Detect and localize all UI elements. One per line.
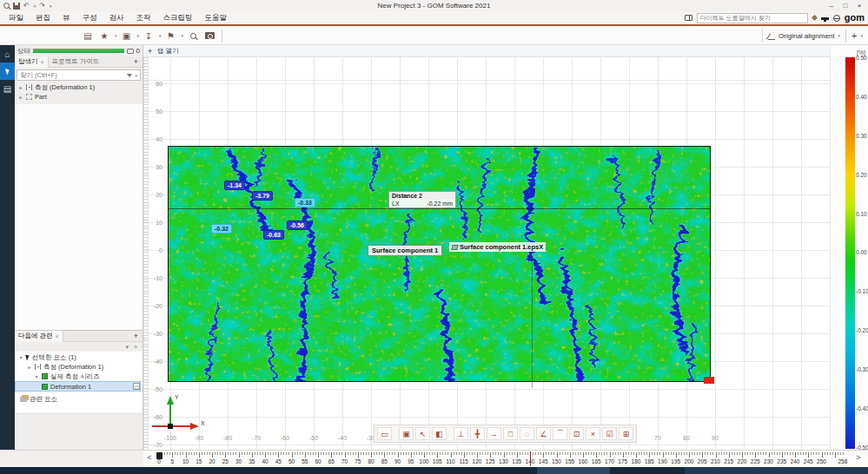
- training-icon[interactable]: [821, 17, 829, 20]
- chevron-down-icon[interactable]: ▾: [50, 3, 52, 9]
- distance-annotation[interactable]: Distance 2 LX -0.22 mm: [388, 191, 456, 208]
- alignment-label[interactable]: Original alignment: [779, 32, 834, 40]
- chevron-down-icon[interactable]: ▾: [838, 33, 841, 38]
- tree-item-deformation-selected[interactable]: Deformation 1 ◻: [15, 381, 141, 392]
- add-view-tab-button[interactable]: +: [148, 47, 152, 56]
- delete-icon[interactable]: ×: [586, 427, 600, 440]
- flag-icon[interactable]: ⚑: [164, 28, 178, 43]
- surface-eps-label[interactable]: Surface component 1.epsX: [449, 242, 546, 252]
- chevron-down-icon[interactable]: ▾: [34, 3, 36, 9]
- expand-icon[interactable]: ▸: [18, 84, 23, 90]
- tab-explorer[interactable]: 탐색기 ×: [15, 56, 49, 68]
- timeline-prev-button[interactable]: <: [145, 453, 154, 462]
- collapse-icon[interactable]: ▾: [34, 373, 39, 379]
- tree-item-measurement-series[interactable]: ▾ 실제 측정 시리즈: [15, 372, 142, 381]
- filter-icon[interactable]: [127, 74, 132, 77]
- redo-icon[interactable]: ↷: [39, 2, 45, 10]
- chevron-down-icon[interactable]: ▾: [115, 33, 117, 38]
- pip-view-icon[interactable]: ▣: [120, 28, 134, 43]
- tree-item-part[interactable]: ▸ Part: [15, 92, 142, 102]
- add-tab-button[interactable]: +: [129, 332, 142, 340]
- home-icon[interactable]: ⌂: [0, 45, 15, 63]
- export-icon[interactable]: ↧: [142, 28, 156, 43]
- stage-timeline[interactable]: <>05101520253035404550556065707580859095…: [143, 450, 868, 467]
- chevron-down-icon[interactable]: ▾: [135, 73, 137, 78]
- options-icon[interactable]: ≡: [134, 344, 137, 350]
- menu-item-4[interactable]: 검사: [103, 11, 130, 24]
- report-page-icon[interactable]: ▤: [0, 80, 15, 97]
- legend-color-bar[interactable]: [845, 57, 855, 449]
- tab-related[interactable]: 다음에 관련 ×: [15, 331, 63, 342]
- menu-item-5[interactable]: 조작: [130, 11, 157, 24]
- menu-item-6[interactable]: 스크립팅: [157, 11, 199, 24]
- close-icon[interactable]: ×: [41, 59, 44, 65]
- arc-icon[interactable]: ⌒: [553, 427, 567, 440]
- box-select-icon[interactable]: ⊡: [569, 427, 584, 440]
- collapse-icon[interactable]: ▾: [18, 354, 23, 360]
- angle-icon[interactable]: ∠: [536, 427, 551, 440]
- sort-icon[interactable]: ▾: [125, 344, 129, 351]
- monitor-icon[interactable]: ▣: [399, 427, 414, 440]
- arrow-right-icon[interactable]: →: [487, 427, 501, 440]
- tree-item-measurement[interactable]: ▸ 측정 (Deformation 1): [15, 82, 142, 92]
- find-input[interactable]: [20, 71, 125, 79]
- move-icon[interactable]: ╋: [470, 427, 485, 440]
- chevron-down-icon[interactable]: ▾: [137, 33, 140, 38]
- globe-icon[interactable]: [833, 15, 840, 22]
- deviation-tag[interactable]: -0.56: [287, 221, 308, 230]
- tree-item-measurement[interactable]: ▸ 측정 (Deformation 1): [15, 362, 142, 372]
- legend-tick-label: -0.20: [856, 327, 868, 333]
- deviation-tag[interactable]: -0.63: [263, 230, 284, 240]
- chevron-down-icon[interactable]: ▾: [159, 33, 162, 38]
- add-alignment-button[interactable]: +: [851, 30, 857, 41]
- chevron-down-icon[interactable]: ▾: [182, 33, 184, 38]
- contrast-icon[interactable]: ◧: [432, 427, 447, 440]
- viewport-3d[interactable]: + 탭 열기: [143, 45, 830, 450]
- menu-item-0[interactable]: 파일: [3, 11, 30, 24]
- add-tab-button[interactable]: +: [129, 57, 142, 66]
- select-arrow-icon[interactable]: ↖: [415, 427, 430, 440]
- menu-item-1[interactable]: 편집: [30, 11, 56, 24]
- visibility-icon[interactable]: ◻: [133, 383, 140, 390]
- open-tab-label[interactable]: 탭 열기: [157, 47, 179, 56]
- menu-item-3[interactable]: 구성: [76, 11, 103, 24]
- restore-button[interactable]: □: [838, 0, 852, 10]
- menu-item-2[interactable]: 뷰: [56, 11, 76, 24]
- tree-item-related-elements[interactable]: 관련 요소: [15, 394, 142, 404]
- zoom-icon[interactable]: [186, 28, 200, 43]
- screen-icon[interactable]: ▭: [377, 427, 392, 440]
- tree-item-selected-elements[interactable]: ▾ 선택한 요소 (1): [15, 352, 142, 362]
- timeline-next-button[interactable]: >: [854, 453, 863, 462]
- report-mode-icon[interactable]: ▤: [81, 28, 95, 43]
- deviation-tag[interactable]: -0.32: [211, 224, 232, 234]
- help-search-input[interactable]: [697, 13, 808, 23]
- stage-cursor-handle[interactable]: [156, 452, 162, 459]
- align-base-icon[interactable]: ⊥: [454, 427, 468, 440]
- direct-help-icon[interactable]: [812, 15, 818, 21]
- minimize-button[interactable]: –: [825, 0, 838, 10]
- book-icon[interactable]: [685, 15, 692, 21]
- check-icon[interactable]: ☑: [602, 427, 617, 440]
- tab-project-guide[interactable]: 프로젝트 가이드: [49, 56, 103, 68]
- chevron-down-icon[interactable]: ▾: [860, 33, 863, 38]
- save-icon[interactable]: [13, 3, 20, 10]
- close-button[interactable]: ×: [852, 0, 866, 10]
- deviation-tag[interactable]: -0.33: [295, 198, 315, 207]
- surface-component-label[interactable]: Surface component 1: [368, 245, 442, 256]
- table-icon[interactable]: ⊞: [619, 427, 633, 440]
- undo-icon[interactable]: ↶: [23, 2, 30, 10]
- rect-select-icon[interactable]: □: [503, 427, 518, 440]
- deviation-tag[interactable]: -1.34: [224, 181, 245, 190]
- expand-icon[interactable]: ▸: [27, 364, 32, 370]
- close-icon[interactable]: ×: [56, 333, 59, 339]
- deformation-surface[interactable]: [168, 146, 711, 382]
- select-mode-icon[interactable]: [0, 63, 15, 80]
- expand-icon[interactable]: ▸: [18, 94, 23, 100]
- favorites-icon[interactable]: ★: [97, 28, 111, 43]
- circle-select-icon[interactable]: ◌: [520, 427, 534, 440]
- snapshot-icon[interactable]: [202, 28, 216, 43]
- menu-item-7[interactable]: 도움말: [199, 11, 234, 24]
- stage-marker-line[interactable]: [530, 451, 531, 466]
- deviation-tag[interactable]: -3.79: [252, 191, 273, 201]
- magnifier-icon[interactable]: [3, 3, 10, 9]
